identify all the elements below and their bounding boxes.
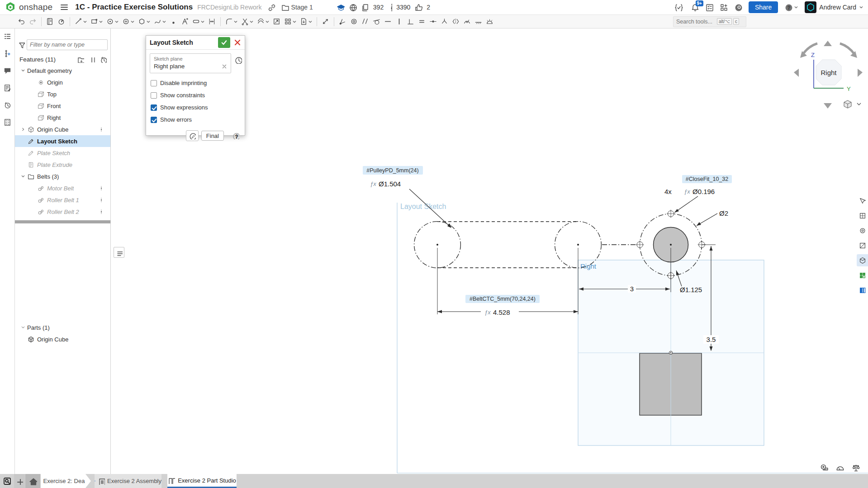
hamburger-menu-icon[interactable]	[60, 3, 69, 12]
feature-row-plate-extrude[interactable]: Plate Extrude	[15, 159, 110, 171]
point-tool-button[interactable]	[168, 16, 179, 28]
trim-tool-button[interactable]	[240, 16, 255, 28]
feature-row-top[interactable]: Top	[15, 88, 110, 100]
user-menu[interactable]: Andrew Card	[805, 1, 863, 13]
sketch-plane-field[interactable]: Sketch plane Right plane	[150, 53, 231, 73]
redo-button[interactable]	[28, 16, 38, 28]
perpendicular-constraint-button[interactable]	[405, 16, 416, 28]
onshape-logo[interactable]	[5, 1, 16, 13]
feature-row-origin[interactable]: Origin	[15, 76, 110, 88]
tree-popout-button[interactable]	[114, 247, 124, 258]
chevron-down-icon[interactable]	[249, 19, 254, 24]
rollback-clock-icon[interactable]	[100, 56, 107, 63]
like-icon[interactable]	[414, 3, 422, 11]
feature-row-origin-cube[interactable]: Origin Cube	[15, 123, 110, 135]
midpoint-constraint-button[interactable]	[428, 16, 438, 28]
import-dxf-button[interactable]	[299, 16, 313, 28]
view-menu-cube-icon[interactable]	[844, 100, 861, 108]
dialog-header[interactable]: Layout Sketch	[146, 36, 245, 50]
menu-dots-icon[interactable]	[99, 125, 104, 133]
parallel-constraint-button[interactable]	[360, 16, 370, 28]
use-project-button[interactable]	[271, 16, 282, 28]
fix-constraint-button[interactable]	[473, 16, 484, 28]
hole-dia-value[interactable]: Ø0.196	[693, 188, 715, 195]
ctc-value[interactable]: 4.528	[493, 308, 510, 316]
final-button[interactable]: Final	[201, 131, 224, 141]
dim-horizontal-value[interactable]: 3	[630, 285, 634, 293]
chevron-down-icon[interactable]	[114, 19, 119, 24]
search-tools-box[interactable]: alt/⌥ c	[673, 16, 746, 27]
columns-blue-button[interactable]	[857, 284, 868, 296]
feature-row-plate-sketch[interactable]: Plate Sketch	[15, 147, 110, 159]
vertical-constraint-button[interactable]	[394, 16, 404, 28]
curvature-constraint-button[interactable]	[462, 16, 472, 28]
tab-exercise-2-part-studio[interactable]: Exercise 2 Part Studio	[167, 474, 237, 488]
parts-header-row[interactable]: Parts (1)	[15, 322, 110, 333]
dim-holes[interactable]: 4x ƒx Ø0.196 #CloseFit_10_32	[664, 175, 732, 213]
offset-tool-button[interactable]	[256, 16, 270, 28]
sketch-plane-label[interactable]: Layout Sketch	[400, 203, 446, 210]
properties-button[interactable]	[3, 84, 12, 94]
chevron-down-icon[interactable]	[83, 19, 87, 24]
polygon-tool-button[interactable]	[137, 16, 152, 28]
sketch-final-toggle[interactable]	[186, 130, 199, 141]
chevron-down-icon[interactable]	[99, 19, 103, 24]
part-top-point[interactable]	[669, 351, 672, 354]
checkbox-box[interactable]	[151, 80, 157, 86]
chevron-down-icon[interactable]	[146, 19, 151, 24]
history-small-icon[interactable]	[234, 56, 242, 64]
feature-row-front[interactable]: Front	[15, 100, 110, 112]
suppress-icon[interactable]	[89, 56, 95, 62]
bolt-circle-value[interactable]: Ø2	[719, 209, 728, 217]
notifications-button[interactable]: 9+	[691, 3, 699, 11]
rotate-right-arrow[interactable]	[858, 69, 863, 77]
feature-row-belts-3-[interactable]: Belts (3)	[15, 171, 110, 182]
perimeter-circle-tool-button[interactable]	[121, 16, 136, 28]
circle-tool-button[interactable]	[105, 16, 120, 28]
bore-dia-value[interactable]: Ø1.125	[680, 286, 702, 294]
menu-dots-icon[interactable]	[99, 208, 104, 216]
dim-bolt-circle[interactable]: Ø2	[697, 209, 728, 226]
normal-constraint-button[interactable]	[439, 16, 450, 28]
feature-row-roller-belt-1[interactable]: Roller Belt 1	[15, 194, 110, 206]
equal-constraint-button[interactable]	[417, 16, 427, 28]
rotate-cw-arrow[interactable]	[840, 43, 854, 54]
help-menu[interactable]: ?	[784, 3, 798, 11]
feature-list-button[interactable]	[3, 32, 12, 43]
chevron-down-icon[interactable]	[308, 19, 313, 24]
spline-tool-button[interactable]	[152, 16, 167, 28]
document-title[interactable]: 1C - Practice Exercise Solutions	[75, 3, 193, 12]
public-icon[interactable]	[349, 3, 357, 11]
checkbox-box[interactable]	[151, 104, 157, 111]
driven-dimension-button[interactable]	[320, 16, 331, 28]
search-tools-input[interactable]	[674, 19, 717, 25]
feature-row-default-geometry[interactable]: Default geometry	[15, 65, 110, 76]
pulley-center-mid[interactable]	[577, 244, 579, 246]
chevron-down-icon[interactable]	[20, 174, 26, 179]
insert-folder-icon[interactable]	[77, 56, 84, 63]
chevron-down-icon[interactable]	[265, 19, 270, 24]
concentric-constraint-button[interactable]	[349, 16, 359, 28]
sheet-green-button[interactable]	[857, 269, 868, 281]
copies-icon[interactable]	[361, 3, 369, 11]
coincident-constraint-button[interactable]	[337, 16, 348, 28]
tape-measure-button[interactable]	[820, 463, 829, 474]
apps-icon[interactable]	[720, 3, 728, 11]
education-icon[interactable]	[337, 3, 345, 11]
chevron-down-icon[interactable]	[233, 19, 238, 24]
section-view-button[interactable]	[857, 239, 868, 251]
activity-icon[interactable]	[388, 3, 392, 11]
add-tab-button[interactable]	[14, 474, 25, 488]
dim-belt-ctc[interactable]: ƒx 4.528 #BeltCTC_5mm(70,24,24)	[437, 248, 578, 317]
menu-dots-icon[interactable]	[99, 196, 104, 204]
closefit-chip[interactable]: #CloseFit_10_32	[686, 176, 729, 182]
rollback-bar[interactable]	[15, 220, 110, 223]
fillet-tool-button[interactable]	[224, 16, 239, 28]
menu-dots-icon[interactable]	[99, 184, 104, 192]
feature-row-motor-belt[interactable]: Motor Belt	[15, 182, 110, 194]
filter-input[interactable]	[27, 39, 108, 50]
selection-filter-button[interactable]	[857, 194, 868, 207]
view-cube[interactable]: Right Z Y	[789, 36, 867, 114]
accept-button[interactable]	[218, 37, 230, 48]
rectangle-tool-button[interactable]	[89, 16, 104, 28]
